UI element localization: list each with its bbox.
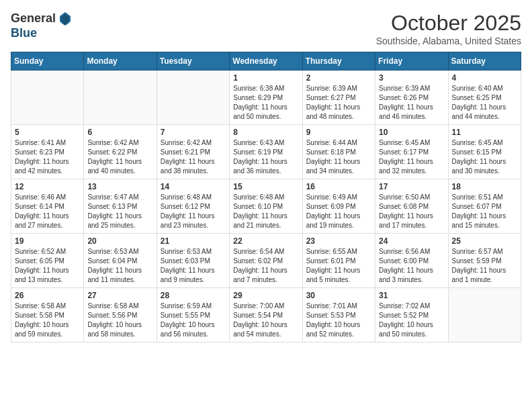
calendar-cell: 8Sunrise: 6:43 AM Sunset: 6:19 PM Daylig… [230, 125, 302, 179]
day-number: 16 [306, 182, 371, 191]
day-number: 19 [15, 236, 80, 246]
calendar-cell: 25Sunrise: 6:57 AM Sunset: 5:59 PM Dayli… [448, 234, 521, 288]
calendar-cell: 5Sunrise: 6:41 AM Sunset: 6:23 PM Daylig… [11, 125, 84, 179]
calendar-cell: 23Sunrise: 6:55 AM Sunset: 6:01 PM Dayli… [302, 234, 375, 288]
day-info: Sunrise: 6:45 AM Sunset: 6:15 PM Dayligh… [452, 138, 517, 176]
day-info: Sunrise: 6:57 AM Sunset: 5:59 PM Dayligh… [452, 247, 517, 285]
calendar-cell: 24Sunrise: 6:56 AM Sunset: 6:00 PM Dayli… [375, 234, 448, 288]
day-number: 23 [306, 236, 371, 246]
day-info: Sunrise: 6:40 AM Sunset: 6:25 PM Dayligh… [452, 84, 517, 122]
day-number: 10 [379, 128, 444, 137]
day-number: 31 [379, 291, 444, 300]
calendar-cell: 31Sunrise: 7:02 AM Sunset: 5:52 PM Dayli… [375, 288, 448, 342]
calendar-day-header: Thursday [302, 52, 375, 71]
day-info: Sunrise: 6:50 AM Sunset: 6:08 PM Dayligh… [379, 193, 444, 230]
calendar: SundayMondayTuesdayWednesdayThursdayFrid… [11, 52, 521, 342]
day-number: 7 [161, 128, 226, 137]
logo-general: General [11, 11, 56, 25]
calendar-cell: 7Sunrise: 6:42 AM Sunset: 6:21 PM Daylig… [157, 125, 229, 179]
calendar-cell: 2Sunrise: 6:39 AM Sunset: 6:27 PM Daylig… [302, 71, 375, 125]
calendar-day-header: Tuesday [157, 52, 229, 71]
day-number: 6 [87, 128, 152, 137]
calendar-cell: 3Sunrise: 6:39 AM Sunset: 6:26 PM Daylig… [375, 71, 448, 125]
day-number: 5 [15, 128, 80, 137]
day-info: Sunrise: 6:43 AM Sunset: 6:19 PM Dayligh… [233, 138, 298, 176]
logo: General Blue [11, 11, 75, 40]
day-number: 15 [233, 182, 298, 191]
calendar-day-header: Sunday [11, 52, 84, 71]
day-info: Sunrise: 7:00 AM Sunset: 5:54 PM Dayligh… [233, 302, 298, 339]
day-info: Sunrise: 6:53 AM Sunset: 6:04 PM Dayligh… [87, 247, 152, 285]
calendar-cell: 9Sunrise: 6:44 AM Sunset: 6:18 PM Daylig… [302, 125, 375, 179]
day-info: Sunrise: 6:48 AM Sunset: 6:12 PM Dayligh… [161, 193, 226, 230]
day-number: 8 [233, 128, 298, 137]
day-number: 28 [161, 291, 226, 300]
day-info: Sunrise: 6:47 AM Sunset: 6:13 PM Dayligh… [87, 193, 152, 230]
day-number: 20 [87, 236, 152, 246]
day-info: Sunrise: 6:46 AM Sunset: 6:14 PM Dayligh… [15, 193, 80, 230]
calendar-cell: 6Sunrise: 6:42 AM Sunset: 6:22 PM Daylig… [84, 125, 157, 179]
day-number: 26 [15, 291, 80, 300]
calendar-cell: 4Sunrise: 6:40 AM Sunset: 6:25 PM Daylig… [448, 71, 521, 125]
day-info: Sunrise: 6:45 AM Sunset: 6:17 PM Dayligh… [379, 138, 444, 176]
calendar-cell: 10Sunrise: 6:45 AM Sunset: 6:17 PM Dayli… [375, 125, 448, 179]
day-info: Sunrise: 6:44 AM Sunset: 6:18 PM Dayligh… [306, 138, 371, 176]
calendar-header-row: SundayMondayTuesdayWednesdayThursdayFrid… [11, 52, 521, 71]
calendar-week-row: 12Sunrise: 6:46 AM Sunset: 6:14 PM Dayli… [11, 179, 521, 234]
day-info: Sunrise: 6:55 AM Sunset: 6:01 PM Dayligh… [306, 247, 371, 285]
day-number: 22 [233, 236, 298, 246]
day-info: Sunrise: 7:01 AM Sunset: 5:53 PM Dayligh… [306, 302, 371, 339]
calendar-day-header: Monday [84, 52, 157, 71]
day-number: 21 [161, 236, 226, 246]
title-section: October 2025 Southside, Alabama, United … [376, 11, 521, 46]
day-number: 27 [87, 291, 152, 300]
location: Southside, Alabama, United States [376, 36, 521, 46]
calendar-week-row: 1Sunrise: 6:38 AM Sunset: 6:29 PM Daylig… [11, 71, 521, 125]
calendar-day-header: Friday [375, 52, 448, 71]
calendar-cell: 22Sunrise: 6:54 AM Sunset: 6:02 PM Dayli… [230, 234, 302, 288]
day-info: Sunrise: 6:59 AM Sunset: 5:55 PM Dayligh… [161, 302, 226, 339]
calendar-cell: 29Sunrise: 7:00 AM Sunset: 5:54 PM Dayli… [230, 288, 302, 342]
calendar-cell [157, 71, 229, 125]
calendar-week-row: 19Sunrise: 6:52 AM Sunset: 6:05 PM Dayli… [11, 234, 521, 288]
calendar-cell: 20Sunrise: 6:53 AM Sunset: 6:04 PM Dayli… [84, 234, 157, 288]
calendar-cell: 16Sunrise: 6:49 AM Sunset: 6:09 PM Dayli… [302, 179, 375, 234]
day-number: 2 [306, 73, 371, 83]
day-number: 30 [306, 291, 371, 300]
day-number: 13 [87, 182, 152, 191]
day-info: Sunrise: 6:38 AM Sunset: 6:29 PM Dayligh… [233, 84, 298, 122]
day-number: 29 [233, 291, 298, 300]
page-header: General Blue October 2025 Southside, Ala… [11, 11, 521, 46]
month-title: October 2025 [376, 11, 521, 36]
day-info: Sunrise: 7:02 AM Sunset: 5:52 PM Dayligh… [379, 302, 444, 339]
day-number: 9 [306, 128, 371, 137]
day-info: Sunrise: 6:58 AM Sunset: 5:56 PM Dayligh… [87, 302, 152, 339]
day-number: 14 [161, 182, 226, 191]
day-number: 18 [452, 182, 517, 191]
day-number: 3 [379, 73, 444, 83]
day-number: 24 [379, 236, 444, 246]
day-info: Sunrise: 6:49 AM Sunset: 6:09 PM Dayligh… [306, 193, 371, 230]
day-info: Sunrise: 6:42 AM Sunset: 6:22 PM Dayligh… [87, 138, 152, 176]
day-info: Sunrise: 6:42 AM Sunset: 6:21 PM Dayligh… [161, 138, 226, 176]
calendar-cell: 15Sunrise: 6:48 AM Sunset: 6:10 PM Dayli… [230, 179, 302, 234]
calendar-cell: 18Sunrise: 6:51 AM Sunset: 6:07 PM Dayli… [448, 179, 521, 234]
calendar-cell: 14Sunrise: 6:48 AM Sunset: 6:12 PM Dayli… [157, 179, 229, 234]
calendar-cell: 28Sunrise: 6:59 AM Sunset: 5:55 PM Dayli… [157, 288, 229, 342]
day-info: Sunrise: 6:52 AM Sunset: 6:05 PM Dayligh… [15, 247, 80, 285]
day-info: Sunrise: 6:39 AM Sunset: 6:27 PM Dayligh… [306, 84, 371, 122]
day-number: 4 [452, 73, 517, 83]
calendar-cell: 12Sunrise: 6:46 AM Sunset: 6:14 PM Dayli… [11, 179, 84, 234]
calendar-cell: 21Sunrise: 6:53 AM Sunset: 6:03 PM Dayli… [157, 234, 229, 288]
calendar-cell [84, 71, 157, 125]
day-number: 11 [452, 128, 517, 137]
day-info: Sunrise: 6:39 AM Sunset: 6:26 PM Dayligh… [379, 84, 444, 122]
calendar-cell: 1Sunrise: 6:38 AM Sunset: 6:29 PM Daylig… [230, 71, 302, 125]
calendar-cell: 27Sunrise: 6:58 AM Sunset: 5:56 PM Dayli… [84, 288, 157, 342]
calendar-week-row: 26Sunrise: 6:58 AM Sunset: 5:58 PM Dayli… [11, 288, 521, 342]
calendar-day-header: Saturday [448, 52, 521, 71]
day-number: 17 [379, 182, 444, 191]
calendar-cell: 19Sunrise: 6:52 AM Sunset: 6:05 PM Dayli… [11, 234, 84, 288]
calendar-cell [448, 288, 521, 342]
calendar-cell: 11Sunrise: 6:45 AM Sunset: 6:15 PM Dayli… [448, 125, 521, 179]
